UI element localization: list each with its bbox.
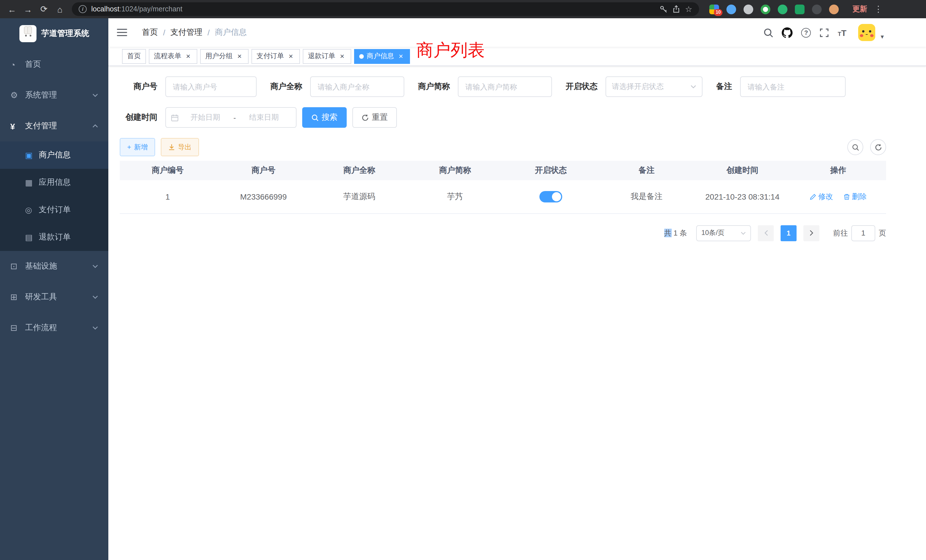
sidebar-item-pay-order[interactable]: ◎ 支付订单: [0, 196, 108, 224]
remark-input[interactable]: [740, 76, 846, 97]
browser-forward-icon[interactable]: →: [21, 2, 35, 17]
download-icon: [168, 144, 175, 151]
filter-merchant-no: 商户号: [120, 76, 257, 97]
cell-remark: 我是备注: [599, 180, 694, 213]
chevron-down-icon: [92, 265, 98, 268]
extension-gray-icon[interactable]: [743, 4, 753, 14]
close-icon[interactable]: ×: [236, 52, 244, 60]
next-page-button[interactable]: [803, 225, 819, 241]
prev-page-button[interactable]: [758, 225, 774, 241]
browser-back-icon[interactable]: ←: [5, 2, 20, 17]
address-bar[interactable]: i localhost:1024/pay/merchant ☆: [72, 2, 699, 16]
sidebar-item-app-info[interactable]: ▦ 应用信息: [0, 169, 108, 196]
full-name-input[interactable]: [310, 76, 404, 97]
cell-actions: 修改 删除: [790, 180, 886, 213]
breadcrumb-home[interactable]: 首页: [142, 27, 158, 38]
tab-merchant-info[interactable]: 商户信息 ×: [354, 49, 410, 64]
page-content: 商户号 商户全称 商户简称 开启状态 请选择开启状态: [108, 66, 926, 560]
browser-update-button[interactable]: 更新: [852, 4, 867, 14]
sidebar: 芋道管理系统 ◔ 首页 ⚙ 系统管理 ¥ 支付管理 ▣ 商户信息: [0, 18, 108, 560]
filter-label: 创建时间: [120, 112, 157, 123]
sidebar-item-home[interactable]: ◔ 首页: [0, 49, 108, 80]
filter-label: 商户简称: [418, 82, 450, 92]
search-icon[interactable]: [764, 28, 773, 37]
browser-reload-icon[interactable]: ⟳: [36, 2, 51, 17]
tab-user-group[interactable]: 用户分组 ×: [200, 49, 249, 64]
dashboard-icon: ◔: [10, 60, 25, 69]
tab-home[interactable]: 首页: [122, 49, 146, 64]
share-icon[interactable]: [673, 5, 681, 13]
search-icon: [311, 114, 319, 121]
close-icon[interactable]: ×: [397, 52, 405, 60]
avatar-caret-icon[interactable]: ▾: [881, 33, 884, 40]
sidebar-item-dev-tools[interactable]: ⊞ 研发工具: [0, 282, 108, 312]
sidebar-item-refund-order[interactable]: ▤ 退款订单: [0, 224, 108, 251]
browser-menu-icon[interactable]: ⋮: [874, 4, 883, 14]
browser-home-icon[interactable]: ⌂: [53, 2, 67, 17]
refresh-table-button[interactable]: [870, 139, 886, 155]
site-info-icon[interactable]: i: [79, 5, 87, 13]
delete-link[interactable]: 删除: [843, 192, 867, 202]
font-size-icon[interactable]: TT: [838, 28, 846, 37]
filter-row-1: 商户号 商户全称 商户简称 开启状态 请选择开启状态: [120, 76, 886, 97]
col-actions: 操作: [790, 161, 886, 180]
date-range-picker[interactable]: 开始日期 - 结束日期: [165, 107, 297, 128]
status-select[interactable]: 请选择开启状态: [605, 76, 702, 97]
plus-icon: +: [127, 143, 131, 151]
page-number-button[interactable]: 1: [781, 225, 797, 241]
sidebar-item-system[interactable]: ⚙ 系统管理: [0, 80, 108, 110]
pencil-icon: [809, 193, 817, 200]
short-name-input[interactable]: [458, 76, 552, 97]
top-navbar: 首页 / 支付管理 / 商户信息 ?: [108, 18, 926, 47]
payment-submenu: ▣ 商户信息 ▦ 应用信息 ◎ 支付订单 ▤ 退款订单: [0, 141, 108, 251]
app-logo[interactable]: 芋道管理系统: [0, 18, 108, 49]
page-size-select[interactable]: 10条/页: [696, 225, 751, 241]
table-header-row: 商户编号 商户号 商户全称 商户简称 开启状态 备注 创建时间 操作: [120, 161, 886, 180]
extension-dark-icon[interactable]: [812, 4, 822, 14]
pagination-total: 共 1 条: [664, 228, 687, 238]
close-icon[interactable]: ×: [287, 52, 295, 60]
export-button[interactable]: 导出: [161, 138, 199, 156]
hamburger-icon[interactable]: [117, 29, 127, 36]
breadcrumb: 首页 / 支付管理 / 商户信息: [142, 27, 247, 38]
sidebar-item-label: 基础设施: [25, 261, 57, 271]
extension-green-square-icon[interactable]: [795, 4, 805, 14]
jump-page-input[interactable]: [851, 225, 875, 241]
pagination: 共 1 条 10条/页 1 前往: [120, 225, 886, 241]
screen: ← → ⟳ ⌂ i localhost:1024/pay/merchant ☆ …: [0, 0, 926, 560]
tab-pay-order[interactable]: 支付订单 ×: [251, 49, 300, 64]
reset-button[interactable]: 重置: [353, 107, 397, 128]
sidebar-item-workflow[interactable]: ⊟ 工作流程: [0, 312, 108, 343]
edit-link[interactable]: 修改: [809, 192, 833, 202]
tab-refund-order[interactable]: 退款订单 ×: [303, 49, 351, 64]
extension-avatar-icon[interactable]: [829, 4, 839, 14]
show-search-button[interactable]: [847, 139, 863, 155]
trash-icon: [843, 193, 850, 200]
add-button[interactable]: + 新增: [120, 138, 155, 156]
user-avatar[interactable]: [858, 24, 876, 41]
jump-prefix: 前往: [833, 228, 848, 238]
sidebar-item-infrastructure[interactable]: ⊡ 基础设施: [0, 251, 108, 282]
extension-grid-icon[interactable]: 10: [709, 4, 719, 14]
bookmark-star-icon[interactable]: ☆: [685, 5, 692, 14]
breadcrumb-payment[interactable]: 支付管理: [171, 27, 203, 38]
sidebar-item-payment[interactable]: ¥ 支付管理: [0, 110, 108, 141]
chevron-down-icon: [690, 85, 696, 88]
extension-ring-icon[interactable]: [761, 4, 770, 14]
merchant-no-input[interactable]: [165, 76, 257, 97]
github-icon[interactable]: [782, 27, 793, 38]
sidebar-item-merchant-info[interactable]: ▣ 商户信息: [0, 141, 108, 169]
extension-green-circle-icon[interactable]: [778, 4, 787, 14]
refresh-icon: [875, 144, 882, 151]
status-toggle[interactable]: [539, 191, 562, 203]
tab-process-form[interactable]: 流程表单 ×: [149, 49, 197, 64]
filter-row-2: 创建时间 开始日期 - 结束日期 搜索 重置: [120, 107, 886, 128]
extension-icons: 10: [709, 4, 839, 14]
close-icon[interactable]: ×: [184, 52, 192, 60]
fullscreen-icon[interactable]: [819, 28, 829, 37]
extension-drop-icon[interactable]: [726, 4, 736, 14]
search-button[interactable]: 搜索: [302, 107, 346, 128]
close-icon[interactable]: ×: [338, 52, 346, 60]
password-key-icon[interactable]: [660, 5, 668, 13]
help-icon[interactable]: ?: [801, 28, 811, 37]
